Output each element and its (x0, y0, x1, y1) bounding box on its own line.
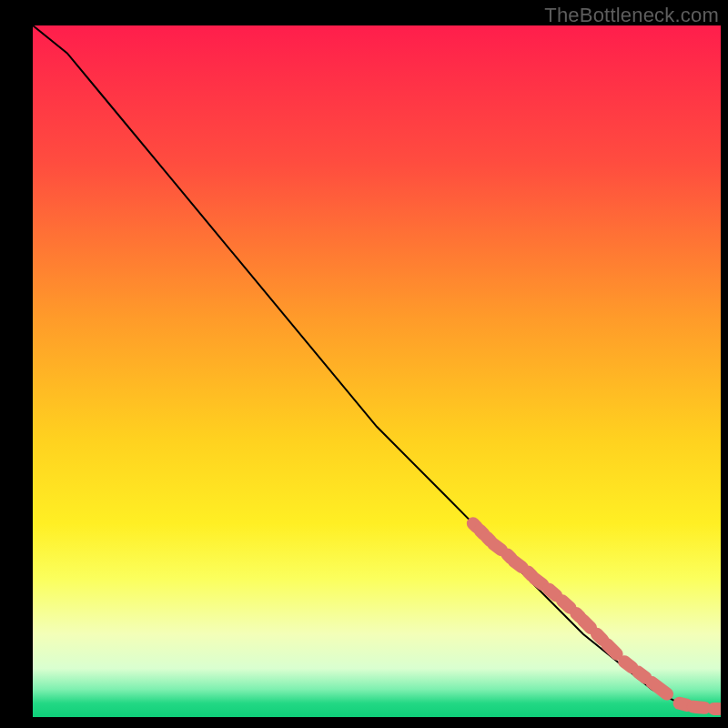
data-dot (638, 672, 645, 678)
data-dot (494, 544, 501, 550)
chart-frame: TheBottleneck.com (0, 0, 728, 728)
data-dot (680, 703, 687, 705)
data-dot (607, 644, 616, 653)
data-dot (549, 589, 556, 595)
data-dot (583, 621, 591, 628)
data-dot (562, 601, 570, 608)
data-dot (514, 561, 521, 567)
watermark-label: TheBottleneck.com (544, 4, 719, 27)
data-dot (597, 634, 602, 640)
data-dot (693, 707, 704, 708)
gradient-background (33, 25, 721, 717)
data-dot (624, 662, 632, 667)
plot-svg (33, 25, 721, 717)
plot-area (33, 25, 721, 717)
data-dot (535, 579, 542, 584)
